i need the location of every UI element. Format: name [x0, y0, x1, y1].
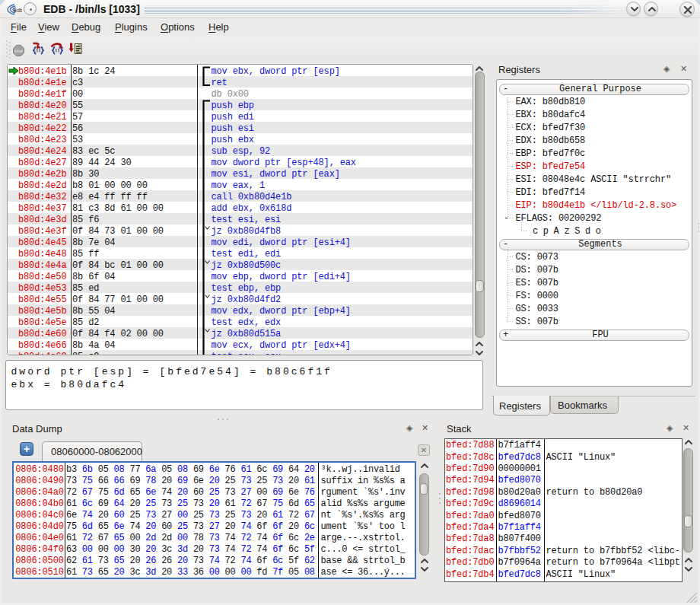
svg-text:STOP: STOP — [14, 49, 24, 53]
svg-text:edb: edb — [14, 8, 22, 13]
